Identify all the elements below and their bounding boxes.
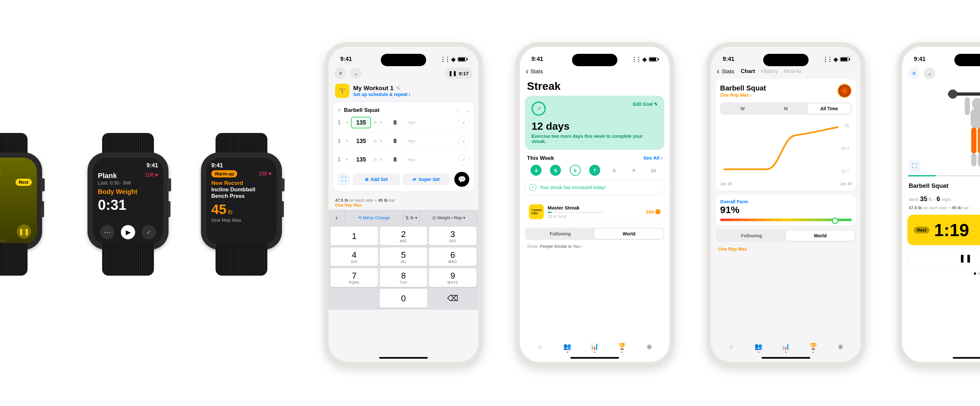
digital-crown[interactable] [167,178,171,191]
segment-world[interactable]: World [786,231,854,241]
back-button[interactable]: Stats [526,67,543,76]
leaderboard-segment[interactable]: Following World [525,228,664,240]
warmup-pill: Warm-up [211,170,237,177]
key-3[interactable]: 3DEF [429,227,476,245]
master-streak-card[interactable]: 7 DAYSYOU Master Streak 12 d / 14 d 200 [524,200,665,224]
tab-howto[interactable]: How-to [784,68,802,75]
exercise-name[interactable]: Barbell Squat [344,107,380,113]
signal-icon [440,56,449,63]
tab-social-icon[interactable]: 👥 [562,341,573,352]
segment-month[interactable]: M [764,103,807,114]
tab-profile-icon[interactable]: ◉ [835,341,846,352]
scan-button[interactable]: ⛶ [909,160,920,172]
super-set-button[interactable]: ⇄ Super Set [402,174,450,185]
chevron-down-button[interactable]: ⌄ [924,67,935,79]
check-button[interactable]: ✓ [458,117,469,128]
check-button[interactable]: ✓ [458,154,469,165]
time: 9:41 [211,162,223,169]
day-4[interactable]: 4 [530,165,541,176]
digital-crown[interactable] [281,178,285,191]
delete-key[interactable]: ⌫ [429,289,476,308]
play-button[interactable]: ▶ [121,225,135,239]
key-8[interactable]: 8TUV [380,268,427,287]
key-9[interactable]: 9WXYZ [429,268,476,287]
side-button[interactable] [168,201,170,217]
side-button[interactable] [281,201,284,217]
pause-button[interactable]: ❚❚ [17,224,31,239]
reps-input[interactable]: 8 [385,117,405,128]
overall-form-label: Overall Form [720,199,852,204]
unit-button[interactable]: ⇅ lb ▾ [404,210,420,225]
leaderboard-segment[interactable]: Following World [716,229,856,242]
plus-minus-button[interactable]: ± [329,210,345,225]
add-set-button[interactable]: ⊕ Add Set [353,174,400,185]
more-icon[interactable]: ⋯ [455,107,460,113]
form-gradient-bar [720,218,852,221]
day-6[interactable]: 6 [570,165,581,176]
home-indicator[interactable] [570,357,619,359]
weight-input[interactable]: 135 [351,154,371,166]
chevron-down-icon[interactable]: ⌄ [465,107,469,113]
tab-home-icon[interactable]: ⌂ [726,341,736,352]
key-5[interactable]: 5JKL [380,247,427,266]
home-indicator[interactable] [953,357,980,359]
tab-trophy-icon[interactable]: 🏆 [617,341,627,352]
segment-alltime[interactable]: All Time [808,103,851,114]
time-range-segment[interactable]: W M All Time [720,102,852,115]
one-rep-max-link[interactable]: One Rep Max › [720,92,766,98]
key-4[interactable]: 4GHI [331,247,378,266]
chat-fab[interactable]: 💬 [454,172,469,187]
tab-stats-icon[interactable]: 📊 [590,341,600,352]
day-5[interactable]: 5 [550,165,561,176]
home-indicator[interactable] [762,357,810,359]
workout-timer[interactable]: ❚❚ 9:17 [445,67,473,79]
more-button[interactable]: ⋯ [100,225,115,239]
tab-chart[interactable]: Chart [740,68,755,75]
key-7[interactable]: 7PQRS [331,268,378,287]
segment-following[interactable]: Following [717,231,786,241]
reps-input[interactable]: 8 [385,135,405,147]
digital-crown[interactable] [41,178,45,191]
tab-profile-icon[interactable]: ◉ [644,341,655,352]
day-7[interactable]: 7 [589,165,600,176]
segment-following[interactable]: Following [526,229,595,239]
close-button[interactable]: ✕ [908,67,920,79]
weight-input[interactable]: 135 [351,117,371,128]
tab-trophy-icon[interactable]: 🏆 [808,341,818,352]
mirror-change-button[interactable]: ⟲ Mirror Change [345,210,404,225]
segment-week[interactable]: W [721,103,764,114]
weight-input[interactable]: 135 [351,135,371,147]
check-button[interactable]: ✓ [458,135,469,146]
day-8[interactable]: 8 [609,165,620,176]
home-indicator[interactable] [379,357,428,359]
back-button[interactable]: Stats [717,67,734,76]
reorder-icon[interactable]: ≡ [338,107,340,113]
side-button[interactable] [41,201,44,217]
key-6[interactable]: 6MNO [429,247,476,266]
day-10[interactable]: 10 [648,165,659,176]
key-2[interactable]: 2ABC [380,227,427,245]
edit-goal-link[interactable]: Edit Goal ✎ [633,102,658,107]
tab-stats-icon[interactable]: 📊 [781,341,791,352]
close-button[interactable]: ✕ [334,67,346,79]
show-filter[interactable]: Show: People Similar to You › [520,242,670,250]
done-button[interactable]: ✓ [142,225,156,239]
scan-button[interactable]: ⛶ [338,173,350,185]
pause-button[interactable]: ❚❚ [907,248,980,268]
weight-rep-button[interactable]: ◎ Weight • Rep ▾ [420,210,478,225]
tab-social-icon[interactable]: 👥 [754,341,764,352]
segment-world[interactable]: World [595,229,663,239]
rank-badge-icon[interactable] [837,84,852,98]
key-0[interactable]: 0 [380,289,427,308]
chevron-down-button[interactable]: ⌄ [350,67,362,79]
edit-icon[interactable]: ✎ [396,86,401,91]
svg-rect-13 [978,153,980,166]
schedule-link[interactable]: Set up schedule & repeat › [353,92,410,97]
chart-area[interactable]: 95 88.3 81.7 Jun 19 Jun 30 [720,121,852,186]
reps-input[interactable]: 8 [385,154,405,166]
day-9[interactable]: 9 [628,165,640,176]
tab-home-icon[interactable]: ⌂ [535,341,545,352]
see-all-link[interactable]: See All › [643,155,662,161]
tab-history[interactable]: History [761,68,778,75]
key-1[interactable]: 1 [331,227,378,245]
